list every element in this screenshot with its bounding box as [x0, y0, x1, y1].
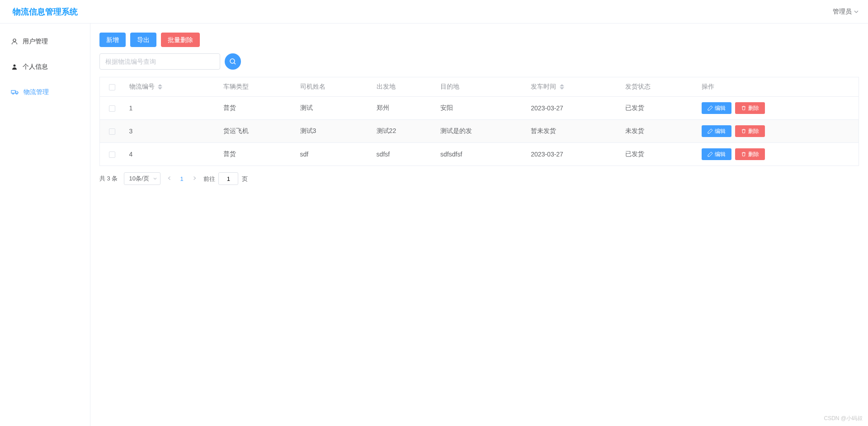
edit-button[interactable]: 编辑 [702, 102, 731, 114]
cell-destination: sdfsdfsf [436, 143, 526, 166]
column-header-depart-time[interactable]: 发车时间 [526, 77, 621, 97]
column-header-logistics-no[interactable]: 物流编号 [125, 77, 219, 97]
svg-point-4 [16, 93, 18, 95]
main-content: 新增 导出 批量删除 物流编号 车辆类型 司机姓名 [90, 24, 868, 426]
cell-destination: 安阳 [436, 97, 526, 120]
search-button[interactable] [225, 53, 241, 70]
table-row: 3货运飞机测试3测试22测试是的发暂未发货未发货编辑删除 [100, 120, 859, 143]
edit-icon [708, 105, 713, 111]
edit-icon [708, 128, 713, 134]
column-header-destination: 目的地 [436, 77, 526, 97]
delete-button[interactable]: 删除 [735, 125, 765, 137]
cell-depart-time: 2023-03-27 [526, 97, 621, 120]
chevron-left-icon [167, 175, 172, 181]
column-header-origin: 出发地 [372, 77, 436, 97]
column-header-driver-name: 司机姓名 [296, 77, 372, 97]
jump-to-page: 前往 页 [203, 172, 248, 185]
next-page-button[interactable] [192, 175, 197, 182]
sidebar-item-label: 个人信息 [23, 63, 48, 71]
cell-driver-name: sdf [296, 143, 372, 166]
svg-point-1 [14, 65, 16, 67]
search-row [99, 53, 859, 70]
user-menu[interactable]: 管理员 [833, 8, 859, 16]
column-header-vehicle-type: 车辆类型 [219, 77, 295, 97]
sidebar-item-logistics[interactable]: 物流管理 [0, 80, 90, 105]
column-header-actions: 操作 [697, 77, 859, 97]
svg-line-6 [234, 63, 236, 64]
cell-logistics-no: 1 [125, 97, 219, 120]
cell-driver-name: 测试3 [296, 120, 372, 143]
edit-icon [708, 151, 713, 157]
total-count: 共 3 条 [99, 175, 118, 183]
cell-driver-name: 测试 [296, 97, 372, 120]
prev-page-button[interactable] [167, 175, 172, 182]
table-row: 1普货测试郑州安阳2023-03-27已发货编辑删除 [100, 97, 859, 120]
cell-destination: 测试是的发 [436, 120, 526, 143]
row-checkbox[interactable] [109, 105, 115, 112]
sidebar-item-label: 物流管理 [24, 88, 49, 96]
edit-button[interactable]: 编辑 [702, 125, 731, 137]
sidebar-item-label: 用户管理 [23, 38, 48, 46]
sidebar: 用户管理 个人信息 物流管理 [0, 24, 90, 426]
cell-logistics-no: 3 [125, 120, 219, 143]
table-row: 4普货sdfsdfsfsdfsdfsf2023-03-27已发货编辑删除 [100, 143, 859, 166]
header: 物流信息管理系统 管理员 [0, 0, 868, 24]
chevron-down-icon [153, 176, 157, 181]
row-checkbox[interactable] [109, 151, 115, 158]
search-icon [229, 58, 236, 65]
person-icon [11, 63, 18, 71]
app-title: 物流信息管理系统 [13, 6, 78, 17]
data-table: 物流编号 车辆类型 司机姓名 出发地 目的地 发车时间 发货状态 操作 1普货测… [99, 77, 859, 166]
user-icon [11, 38, 18, 45]
trash-icon [741, 151, 746, 157]
cell-origin: 测试22 [372, 120, 436, 143]
trash-icon [741, 105, 746, 111]
cell-ship-status: 未发货 [621, 120, 697, 143]
column-header-ship-status: 发货状态 [621, 77, 697, 97]
search-input[interactable] [99, 53, 220, 70]
sort-icon [158, 84, 162, 90]
watermark: CSDN @小码叔 [824, 415, 863, 422]
cell-origin: sdfsf [372, 143, 436, 166]
sort-icon [560, 84, 564, 90]
sidebar-item-profile[interactable]: 个人信息 [0, 54, 90, 80]
cell-vehicle-type: 普货 [219, 97, 295, 120]
select-all-checkbox[interactable] [109, 84, 115, 90]
cell-depart-time: 暂未发货 [526, 120, 621, 143]
chevron-right-icon [192, 175, 197, 181]
cell-vehicle-type: 货运飞机 [219, 120, 295, 143]
pagination: 共 3 条 10条/页 1 前往 页 [99, 172, 859, 185]
row-checkbox[interactable] [109, 128, 115, 135]
sidebar-item-user-management[interactable]: 用户管理 [0, 29, 90, 54]
add-button[interactable]: 新增 [99, 33, 126, 47]
export-button[interactable]: 导出 [130, 33, 156, 47]
trash-icon [741, 128, 746, 134]
page-number[interactable]: 1 [180, 175, 184, 182]
svg-point-0 [13, 39, 16, 42]
cell-vehicle-type: 普货 [219, 143, 295, 166]
edit-button[interactable]: 编辑 [702, 148, 731, 160]
page-size-select[interactable]: 10条/页 [124, 172, 160, 185]
svg-point-3 [13, 93, 14, 95]
cell-origin: 郑州 [372, 97, 436, 120]
batch-delete-button[interactable]: 批量删除 [161, 33, 200, 47]
toolbar: 新增 导出 批量删除 [99, 33, 859, 47]
delete-button[interactable]: 删除 [735, 148, 765, 160]
svg-point-5 [230, 59, 235, 63]
cell-ship-status: 已发货 [621, 97, 697, 120]
user-label: 管理员 [833, 8, 852, 16]
cell-depart-time: 2023-03-27 [526, 143, 621, 166]
jump-page-input[interactable] [218, 172, 238, 185]
cell-ship-status: 已发货 [621, 143, 697, 166]
cell-logistics-no: 4 [125, 143, 219, 166]
truck-icon [11, 89, 19, 96]
chevron-down-icon [854, 9, 859, 14]
delete-button[interactable]: 删除 [735, 102, 765, 114]
